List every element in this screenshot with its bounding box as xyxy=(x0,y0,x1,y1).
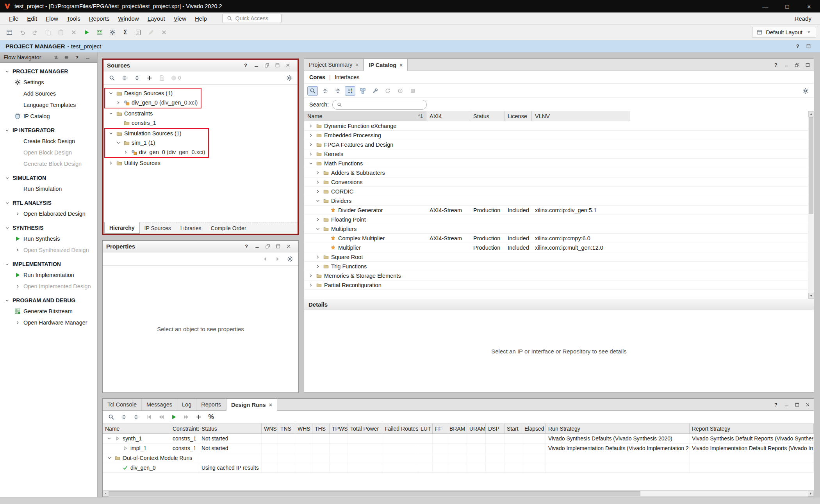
switch-layout-icon[interactable] xyxy=(53,54,59,60)
expand-chevron-icon[interactable] xyxy=(14,320,21,325)
tab-tcl-console[interactable]: Tcl Console xyxy=(103,399,142,410)
catalog-row-kernels[interactable]: Kernels xyxy=(304,149,808,159)
layout-selector[interactable]: Default Layout xyxy=(752,27,816,37)
catalog-row-divider-generator[interactable]: Divider GeneratorAXI4-StreamProductionIn… xyxy=(304,206,808,215)
view-tab-libraries[interactable]: Libraries xyxy=(176,222,206,234)
catalog-row-multipliers[interactable]: Multipliers xyxy=(304,224,808,234)
expand-twisty-icon[interactable] xyxy=(307,133,314,138)
panel-float-icon[interactable] xyxy=(794,62,800,68)
catalog-row-math-functions[interactable]: Math Functions xyxy=(304,159,808,168)
column-header-name[interactable]: Name^1 xyxy=(304,111,426,121)
sidebar-section-ip-integrator[interactable]: IP INTEGRATOR xyxy=(0,125,97,135)
collapse-all-button[interactable] xyxy=(320,86,330,96)
expand-all-button[interactable] xyxy=(332,86,343,96)
source-item-utility-sources[interactable]: Utility Sources xyxy=(105,158,296,168)
expand-all-button[interactable] xyxy=(132,73,142,83)
edit-button[interactable] xyxy=(146,27,157,37)
expand-twisty-icon[interactable] xyxy=(307,273,314,278)
column-header-whs[interactable]: WHS xyxy=(295,424,312,434)
window-layout-button[interactable] xyxy=(4,27,15,37)
back-button[interactable] xyxy=(260,254,270,264)
catalog-row-partial-reconfiguration[interactable]: Partial Reconfiguration xyxy=(304,280,808,290)
panel-help-icon[interactable]: ? xyxy=(243,243,250,250)
sidebar-section-implementation[interactable]: IMPLEMENTATION xyxy=(0,259,97,269)
maximize-window-button[interactable]: □ xyxy=(776,0,798,12)
panel-minimize-icon[interactable] xyxy=(253,62,259,69)
forward-button[interactable] xyxy=(272,254,283,264)
settings-button[interactable] xyxy=(800,86,811,96)
close-tab-icon[interactable]: × xyxy=(269,402,272,408)
sidebar-item-add-sources[interactable]: Add Sources xyxy=(0,88,97,99)
quick-access-search[interactable]: Quick Access xyxy=(222,14,282,23)
column-header-status[interactable]: Status xyxy=(199,424,262,434)
tab-reports[interactable]: Reports xyxy=(196,399,226,410)
source-item-constrs-1[interactable]: constrs_1 xyxy=(105,118,296,128)
run-row-div-gen-0[interactable]: div_gen_0Using cached IP results xyxy=(103,463,814,473)
redo-button[interactable] xyxy=(30,27,41,37)
column-header-lut[interactable]: LUT xyxy=(418,424,433,434)
column-header-wns[interactable]: WNS xyxy=(262,424,278,434)
panel-minimize-icon[interactable] xyxy=(783,62,790,68)
catalog-row-memories-storage-elements[interactable]: Memories & Storage Elements xyxy=(304,271,808,280)
settings-button[interactable] xyxy=(284,73,294,83)
source-item-simulation-sources[interactable]: Simulation Sources(1) xyxy=(105,129,205,138)
menu-window[interactable]: Window xyxy=(114,14,143,23)
column-header-tpws[interactable]: TPWS xyxy=(330,424,348,434)
menu-view[interactable]: View xyxy=(169,14,191,23)
column-header-start[interactable]: Start xyxy=(504,424,522,434)
expand-twisty-icon[interactable] xyxy=(307,124,314,128)
source-item-div-gen-0[interactable]: div_gen_0(div_gen_0.xci) xyxy=(105,98,198,107)
catalog-row-dynamic-function-exchange[interactable]: Dynamic Function eXchange xyxy=(304,121,808,131)
sidebar-section-simulation[interactable]: SIMULATION xyxy=(0,173,97,183)
view-tab-compile-order[interactable]: Compile Order xyxy=(206,222,251,234)
panel-help-icon[interactable]: ? xyxy=(242,62,249,69)
catalog-row-fpga-features-and-design[interactable]: FPGA Features and Design xyxy=(304,140,808,149)
stop-button[interactable] xyxy=(159,27,169,37)
tab-messages[interactable]: Messages xyxy=(142,399,177,410)
sidebar-section-synthesis[interactable]: SYNTHESIS xyxy=(0,223,97,233)
column-header-constraints[interactable]: Constraints xyxy=(170,424,199,434)
source-item-design-sources[interactable]: Design Sources(1) xyxy=(105,89,198,98)
collapse-twisty-icon[interactable] xyxy=(115,140,121,145)
panel-maximize-icon[interactable] xyxy=(275,243,281,250)
ip-search-input[interactable] xyxy=(332,100,427,110)
catalog-row-embedded-processing[interactable]: Embedded Processing xyxy=(304,131,808,140)
column-header-axi4[interactable]: AXI4 xyxy=(426,111,470,121)
column-header-run-strategy[interactable]: Run Strategy xyxy=(546,424,690,434)
panel-help-icon[interactable]: ? xyxy=(773,401,779,408)
sidebar-item-run-synthesis[interactable]: Run Synthesis xyxy=(0,233,97,244)
column-header-name[interactable]: Name xyxy=(103,424,170,434)
column-header-report-strategy[interactable]: Report Strategy xyxy=(690,424,814,434)
panel-close-icon[interactable] xyxy=(285,62,291,69)
sidebar-item-run-simulation[interactable]: Run Simulation xyxy=(0,183,97,194)
tab-log[interactable]: Log xyxy=(177,399,196,410)
panel-maximize-icon[interactable] xyxy=(804,62,811,68)
source-item-constraints[interactable]: Constraints xyxy=(105,109,296,118)
expand-twisty-icon[interactable] xyxy=(314,217,321,222)
panel-help-icon[interactable]: ? xyxy=(795,43,801,49)
tab-project-summary[interactable]: Project Summary× xyxy=(304,59,364,71)
sidebar-section-program-and-debug[interactable]: PROGRAM AND DEBUG xyxy=(0,295,97,305)
expand-twisty-icon[interactable] xyxy=(115,100,121,105)
report-sigma-button[interactable]: Σ xyxy=(120,27,131,37)
panel-minimize-icon[interactable] xyxy=(783,401,790,408)
scrollbar-thumb[interactable] xyxy=(109,491,640,496)
sidebar-section-rtl-analysis[interactable]: RTL ANALYSIS xyxy=(0,198,97,208)
collapse-all-button[interactable] xyxy=(119,73,130,83)
menu-edit[interactable]: Edit xyxy=(23,14,41,23)
catalog-row-cordic[interactable]: CORDIC xyxy=(304,187,808,196)
panel-maximize-icon[interactable] xyxy=(794,401,800,408)
settings-button[interactable] xyxy=(107,27,118,37)
menu-file[interactable]: File xyxy=(5,14,23,23)
catalog-row-multiplier[interactable]: MultiplierProductionIncludedxilinx.com:i… xyxy=(304,243,808,252)
column-header-total-power[interactable]: Total Power xyxy=(348,424,382,434)
refresh-button[interactable] xyxy=(382,86,393,96)
panel-help-icon[interactable]: ? xyxy=(773,62,779,68)
menu-layout[interactable]: Layout xyxy=(143,14,169,23)
group-by-repository-button[interactable] xyxy=(357,86,368,96)
sidebar-item-open-hardware-manager[interactable]: Open Hardware Manager xyxy=(0,317,97,328)
column-header-failed-routes[interactable]: Failed Routes xyxy=(382,424,418,434)
column-header-bram[interactable]: BRAM xyxy=(447,424,467,434)
expand-twisty-icon[interactable] xyxy=(314,189,321,194)
expand-twisty-icon[interactable] xyxy=(107,161,114,165)
